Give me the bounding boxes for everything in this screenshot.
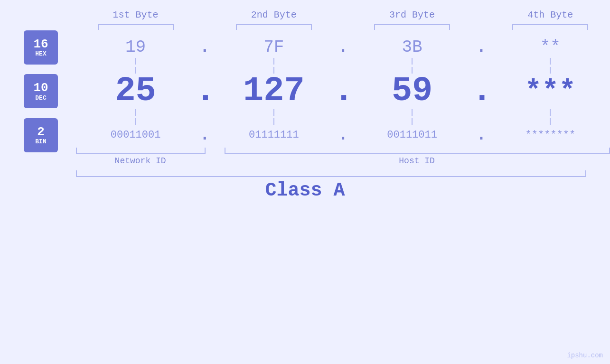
byte-3-label: 3rd Byte bbox=[389, 9, 435, 20]
bin-val-4: ******** bbox=[491, 129, 610, 141]
bottom-brackets bbox=[0, 148, 610, 154]
byte-2-label: 2nd Byte bbox=[251, 9, 297, 20]
byte-col-2: 2nd Byte bbox=[214, 9, 333, 30]
dec-val-4: *** bbox=[491, 77, 610, 105]
dec-dot-3: . bbox=[472, 74, 491, 108]
double-line-b2 bbox=[273, 109, 274, 125]
class-label-area: Class A bbox=[0, 180, 610, 201]
network-bracket bbox=[76, 148, 206, 154]
byte-4-label: 4th Byte bbox=[527, 9, 573, 20]
double-line-1 bbox=[135, 58, 136, 74]
id-labels: Network ID Host ID bbox=[0, 156, 610, 166]
hex-val-3: 3B bbox=[353, 37, 472, 57]
hex-val-2: 7F bbox=[214, 37, 333, 57]
dec-dot-2: . bbox=[334, 74, 353, 108]
hex-val-4: ** bbox=[491, 37, 610, 57]
hex-dot-2: . bbox=[334, 37, 353, 57]
double-line-3 bbox=[412, 58, 413, 74]
dec-dot-1: . bbox=[195, 74, 214, 108]
double-line-b3 bbox=[412, 109, 413, 125]
dec-row: 25 . 127 . 59 . *** bbox=[0, 74, 610, 108]
hex-row: 19 . 7F . 3B . ** bbox=[0, 37, 610, 57]
sep-b-1 bbox=[76, 108, 195, 125]
bin-val-3: 00111011 bbox=[353, 129, 472, 141]
byte-col-4: 4th Byte bbox=[491, 9, 610, 30]
hex-dot-1: . bbox=[195, 37, 214, 57]
class-label: Class A bbox=[265, 180, 345, 201]
dec-val-2: 127 bbox=[214, 74, 333, 108]
bin-row: 00011001 . 01111111 . 00111011 . *******… bbox=[0, 125, 610, 145]
network-id-label: Network ID bbox=[76, 156, 205, 166]
bracket-top-2 bbox=[236, 24, 312, 30]
byte-1-label: 1st Byte bbox=[113, 9, 159, 20]
bin-val-1: 00011001 bbox=[76, 129, 195, 141]
bin-dot-3: . bbox=[472, 125, 491, 145]
hex-val-1: 19 bbox=[76, 37, 195, 57]
class-bracket bbox=[76, 170, 586, 177]
bracket-top-1 bbox=[98, 24, 174, 30]
byte-headers: 1st Byte 2nd Byte 3rd Byte 4th Byte bbox=[0, 9, 610, 30]
sep-4 bbox=[491, 57, 610, 74]
bin-dot-1: . bbox=[195, 125, 214, 145]
dec-val-1: 25 bbox=[76, 74, 195, 108]
sep-dec-bin bbox=[0, 108, 610, 125]
double-line-b4 bbox=[550, 109, 551, 125]
byte-col-3: 3rd Byte bbox=[353, 9, 472, 30]
host-bracket bbox=[225, 148, 610, 154]
bin-dot-2: . bbox=[334, 125, 353, 145]
main-container: 1st Byte 2nd Byte 3rd Byte 4th Byte 16 H… bbox=[0, 0, 610, 364]
host-id-label: Host ID bbox=[224, 156, 610, 166]
sep-b-3 bbox=[353, 108, 472, 125]
bin-val-2: 01111111 bbox=[214, 129, 333, 141]
sep-b-2 bbox=[214, 108, 333, 125]
bracket-top-4 bbox=[512, 24, 588, 30]
sep-hex-dec bbox=[0, 57, 610, 74]
watermark: ipshu.com bbox=[567, 352, 603, 359]
double-line-4 bbox=[550, 58, 551, 74]
sep-b-4 bbox=[491, 108, 610, 125]
bracket-top-3 bbox=[374, 24, 450, 30]
hex-dot-3: . bbox=[472, 37, 491, 57]
dec-val-3: 59 bbox=[353, 74, 472, 108]
byte-col-1: 1st Byte bbox=[76, 9, 195, 30]
double-line-2 bbox=[273, 58, 274, 74]
double-line-b1 bbox=[135, 109, 136, 125]
class-bracket-area bbox=[0, 170, 610, 177]
